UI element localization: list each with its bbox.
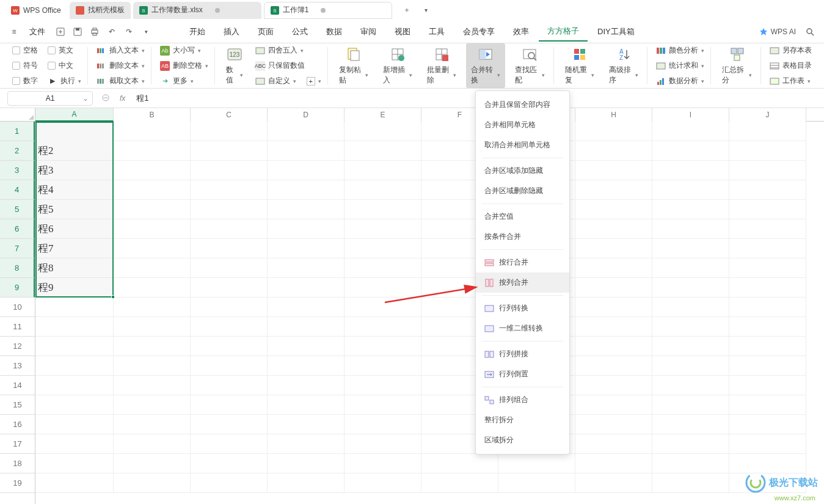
- cell-J16[interactable]: [729, 415, 806, 434]
- cell-J1[interactable]: [729, 122, 806, 141]
- formula-input[interactable]: 程1: [131, 93, 817, 104]
- cell-E15[interactable]: [345, 395, 421, 415]
- cell-J15[interactable]: [729, 395, 806, 415]
- cell-F19[interactable]: [421, 473, 498, 493]
- ribbon-more[interactable]: ➜更多▾: [158, 75, 211, 87]
- ribbon-english[interactable]: 英文: [45, 44, 84, 57]
- cell-A10[interactable]: [35, 298, 114, 317]
- ribbon-worksheet[interactable]: 工作表▾: [767, 75, 814, 87]
- cell-A5[interactable]: 程5: [35, 200, 114, 219]
- cell-B18[interactable]: [114, 454, 191, 473]
- cell-E4[interactable]: [345, 180, 421, 200]
- cell-H3[interactable]: [575, 161, 652, 180]
- row-header-17[interactable]: 17: [0, 434, 35, 454]
- cell-H17[interactable]: [575, 434, 652, 454]
- menu-tab-tools[interactable]: 工具: [420, 23, 453, 41]
- row-header-2[interactable]: 2: [0, 141, 35, 161]
- cell-C19[interactable]: [191, 473, 268, 493]
- cell-E10[interactable]: [345, 298, 421, 317]
- col-header-B[interactable]: B: [114, 108, 191, 122]
- ribbon-data-analysis[interactable]: 数据分析▾: [654, 75, 707, 87]
- cell-J14[interactable]: [729, 376, 806, 395]
- ribbon-save-as-table[interactable]: 另存本表: [767, 44, 814, 57]
- row-header-5[interactable]: 5: [0, 200, 35, 219]
- wps-ai-button[interactable]: WPS AI: [759, 27, 796, 36]
- row-header-9[interactable]: 9: [0, 278, 35, 298]
- row-header-8[interactable]: 8: [0, 258, 35, 278]
- cell-C6[interactable]: [191, 219, 268, 239]
- cell-I12[interactable]: [652, 337, 729, 356]
- ribbon-copy-paste[interactable]: 复制粘贴▾: [334, 43, 373, 88]
- search-icon[interactable]: [802, 24, 818, 40]
- cell-B5[interactable]: [114, 200, 191, 219]
- cell-C10[interactable]: [191, 298, 268, 317]
- cell-C4[interactable]: [191, 180, 268, 200]
- cell-E14[interactable]: [345, 376, 421, 395]
- cell-D17[interactable]: [268, 434, 345, 454]
- cell-B16[interactable]: [114, 415, 191, 434]
- ribbon-table-toc[interactable]: 表格目录: [767, 59, 814, 72]
- cell-C7[interactable]: [191, 239, 268, 258]
- cell-I9[interactable]: [652, 278, 729, 298]
- cell-E6[interactable]: [345, 219, 421, 239]
- cell-J5[interactable]: [729, 200, 806, 219]
- ribbon-value[interactable]: 123 数值▾: [221, 43, 248, 88]
- cell-I19[interactable]: [652, 473, 729, 493]
- cell-A2[interactable]: 程2: [35, 141, 114, 161]
- cell-I18[interactable]: [652, 454, 729, 473]
- cell-D5[interactable]: [268, 200, 345, 219]
- cell-B6[interactable]: [114, 219, 191, 239]
- ribbon-keep-value[interactable]: ABC只保留数值: [253, 59, 324, 72]
- cell-H16[interactable]: [575, 415, 652, 434]
- cell-reference-box[interactable]: A1 ⌄: [7, 91, 93, 106]
- ribbon-batch-delete[interactable]: 批量删除▾: [422, 43, 461, 88]
- cell-A13[interactable]: [35, 356, 114, 376]
- cell-I13[interactable]: [652, 356, 729, 376]
- menu-merge-empty[interactable]: 合并空值: [476, 206, 569, 227]
- cell-C2[interactable]: [191, 141, 268, 161]
- col-header-D[interactable]: D: [268, 108, 345, 122]
- cell-H7[interactable]: [575, 239, 652, 258]
- cell-I7[interactable]: [652, 239, 729, 258]
- cancel-icon[interactable]: [98, 90, 114, 106]
- ribbon-execute[interactable]: ▶执行▾: [45, 75, 84, 87]
- menu-merge-by-col[interactable]: 按列合并: [476, 272, 569, 293]
- row-header-4[interactable]: 4: [0, 180, 35, 200]
- cell-E17[interactable]: [345, 434, 421, 454]
- print-icon[interactable]: [87, 24, 103, 40]
- cell-E3[interactable]: [345, 161, 421, 180]
- ribbon-blank[interactable]: 空格: [10, 44, 40, 57]
- cell-H11[interactable]: [575, 317, 652, 337]
- cell-C8[interactable]: [191, 258, 268, 278]
- cell-J8[interactable]: [729, 258, 806, 278]
- cell-I1[interactable]: [652, 122, 729, 141]
- cell-D7[interactable]: [268, 239, 345, 258]
- cell-H19[interactable]: [575, 473, 652, 493]
- cell-E5[interactable]: [345, 200, 421, 219]
- col-header-J[interactable]: J: [729, 108, 806, 122]
- cell-B7[interactable]: [114, 239, 191, 258]
- cell-B9[interactable]: [114, 278, 191, 298]
- cell-I16[interactable]: [652, 415, 729, 434]
- plus-icon[interactable]: +: [307, 77, 315, 86]
- cell-C16[interactable]: [191, 415, 268, 434]
- cell-E1[interactable]: [345, 122, 421, 141]
- cell-A8[interactable]: 程8: [35, 258, 114, 278]
- cell-J2[interactable]: [729, 141, 806, 161]
- cell-D9[interactable]: [268, 278, 345, 298]
- cell-E18[interactable]: [345, 454, 421, 473]
- cell-E12[interactable]: [345, 337, 421, 356]
- cell-I2[interactable]: [652, 141, 729, 161]
- cell-I3[interactable]: [652, 161, 729, 180]
- ribbon-custom[interactable]: 自定义▾ +▾: [253, 75, 324, 87]
- row-header-11[interactable]: 11: [0, 317, 35, 337]
- menu-tab-ffgz[interactable]: 方方格子: [539, 22, 588, 42]
- cell-I11[interactable]: [652, 317, 729, 337]
- cell-C15[interactable]: [191, 395, 268, 415]
- cell-D3[interactable]: [268, 161, 345, 180]
- row-header-7[interactable]: 7: [0, 239, 35, 258]
- cell-I10[interactable]: [652, 298, 729, 317]
- cell-H4[interactable]: [575, 180, 652, 200]
- cell-B2[interactable]: [114, 141, 191, 161]
- cell-C18[interactable]: [191, 454, 268, 473]
